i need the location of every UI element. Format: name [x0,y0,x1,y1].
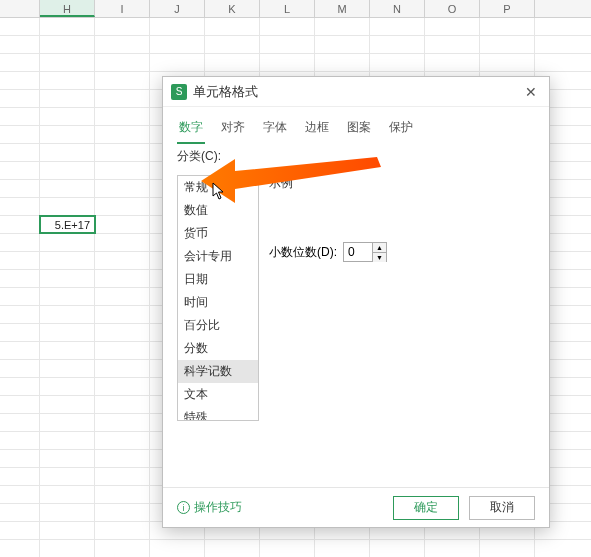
category-list[interactable]: 常规数值货币会计专用日期时间百分比分数科学记数文本特殊自定义 [177,175,259,421]
cell[interactable] [40,396,95,413]
cell[interactable] [40,36,95,53]
cell[interactable] [260,18,315,35]
cell[interactable] [95,288,150,305]
cell[interactable] [95,126,150,143]
category-item[interactable]: 日期 [178,268,258,291]
cell[interactable] [40,540,95,557]
spin-up-icon[interactable]: ▲ [373,243,386,253]
tab-字体[interactable]: 字体 [261,115,289,144]
cell[interactable] [425,540,480,557]
cell[interactable] [95,360,150,377]
cell[interactable] [95,432,150,449]
cell[interactable] [40,360,95,377]
cell[interactable] [95,234,150,251]
cell[interactable] [205,54,260,71]
cell[interactable] [480,36,535,53]
cell[interactable] [95,54,150,71]
cell[interactable] [40,378,95,395]
category-item[interactable]: 货币 [178,222,258,245]
cell[interactable] [40,504,95,521]
cell[interactable] [480,54,535,71]
category-item[interactable]: 特殊 [178,406,258,421]
cell[interactable] [95,180,150,197]
cell[interactable] [480,540,535,557]
cell[interactable] [315,540,370,557]
cell[interactable] [425,36,480,53]
cell[interactable] [40,126,95,143]
cell[interactable] [480,18,535,35]
column-header[interactable]: N [370,0,425,17]
ok-button[interactable]: 确定 [393,496,459,520]
spin-down-icon[interactable]: ▼ [373,253,386,262]
cell[interactable] [95,216,150,233]
cell[interactable] [95,144,150,161]
column-header[interactable]: L [260,0,315,17]
cell[interactable] [95,414,150,431]
cell[interactable] [205,540,260,557]
cell[interactable] [40,342,95,359]
cell[interactable] [40,324,95,341]
column-header[interactable]: I [95,0,150,17]
cell[interactable] [40,180,95,197]
tab-图案[interactable]: 图案 [345,115,373,144]
category-item[interactable]: 会计专用 [178,245,258,268]
cell[interactable] [150,54,205,71]
cell[interactable] [315,18,370,35]
column-header[interactable]: M [315,0,370,17]
cell[interactable] [95,108,150,125]
tab-边框[interactable]: 边框 [303,115,331,144]
cell[interactable] [260,540,315,557]
cell[interactable] [95,270,150,287]
cell[interactable] [40,144,95,161]
cell[interactable] [370,18,425,35]
category-item[interactable]: 百分比 [178,314,258,337]
cell[interactable] [40,450,95,467]
tab-数字[interactable]: 数字 [177,115,205,144]
cell[interactable] [40,198,95,215]
cell[interactable] [95,522,150,539]
tips-link[interactable]: i 操作技巧 [177,499,242,516]
cell[interactable] [40,162,95,179]
cell[interactable] [40,432,95,449]
cell[interactable] [95,306,150,323]
cell[interactable] [40,288,95,305]
column-header[interactable]: K [205,0,260,17]
cell[interactable] [40,252,95,269]
cell[interactable] [370,54,425,71]
cell[interactable] [95,378,150,395]
cell[interactable] [40,234,95,251]
close-icon[interactable]: ✕ [521,84,541,100]
tab-对齐[interactable]: 对齐 [219,115,247,144]
cell[interactable] [95,486,150,503]
cell[interactable] [95,90,150,107]
cell[interactable] [40,18,95,35]
category-item[interactable]: 科学记数 [178,360,258,383]
cell[interactable] [95,18,150,35]
cell[interactable] [40,72,95,89]
column-header[interactable]: J [150,0,205,17]
cell[interactable] [260,54,315,71]
cell[interactable] [40,90,95,107]
category-item[interactable]: 文本 [178,383,258,406]
cell[interactable] [95,72,150,89]
cell[interactable] [150,18,205,35]
decimals-spinner[interactable]: ▲ ▼ [343,242,387,262]
cell[interactable] [40,108,95,125]
cell[interactable] [205,36,260,53]
cell[interactable] [95,198,150,215]
cell[interactable] [95,468,150,485]
cell[interactable] [95,252,150,269]
cell[interactable] [370,36,425,53]
cell[interactable] [315,36,370,53]
cell[interactable] [370,540,425,557]
cell[interactable] [40,54,95,71]
cell[interactable]: 5.E+17 [40,216,95,233]
cell[interactable] [95,540,150,557]
tab-保护[interactable]: 保护 [387,115,415,144]
cell[interactable] [40,270,95,287]
cell[interactable] [95,396,150,413]
cell[interactable] [40,522,95,539]
category-item[interactable]: 时间 [178,291,258,314]
cell[interactable] [150,540,205,557]
cell[interactable] [95,342,150,359]
